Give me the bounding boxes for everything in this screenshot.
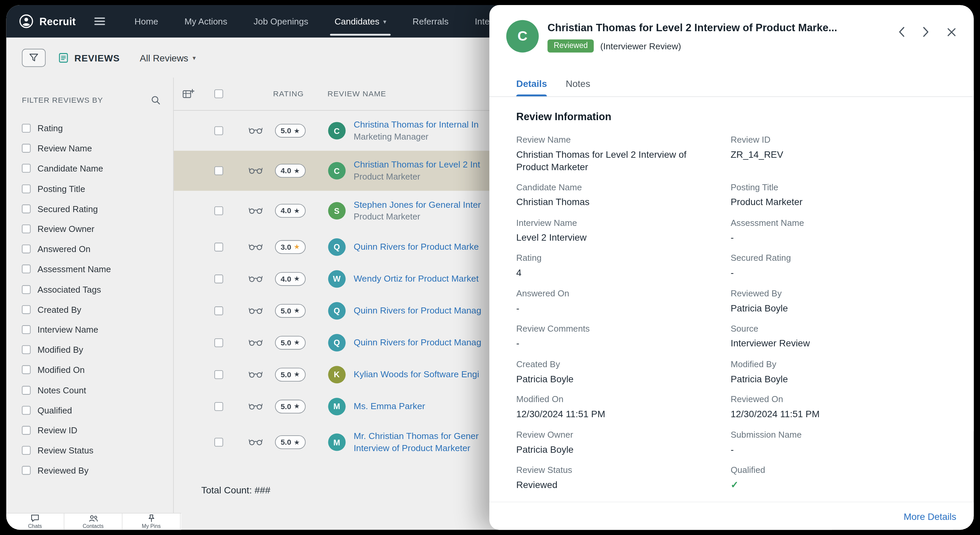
column-header-review-name[interactable]: REVIEW NAME — [327, 89, 386, 98]
row-checkbox[interactable] — [214, 126, 223, 135]
filter-item-created-by[interactable]: Created By — [22, 299, 173, 319]
review-detail-panel: C Christian Thomas for Level 2 Interview… — [489, 5, 974, 530]
filter-item-candidate-name[interactable]: Candidate Name — [22, 158, 173, 179]
nav-item-referrals[interactable]: Referrals — [399, 5, 462, 38]
filter-item-qualified[interactable]: Qualified — [22, 400, 173, 420]
avatar: C — [328, 122, 345, 139]
rating-pill: 4.0★ — [275, 272, 305, 286]
filter-item-secured-rating[interactable]: Secured Rating — [22, 199, 173, 219]
filter-item-assessment-name[interactable]: Assessment Name — [22, 259, 173, 279]
checkbox[interactable] — [22, 305, 30, 314]
filter-item-posting-title[interactable]: Posting Title — [22, 179, 173, 199]
rating-pill: 4.0★ — [275, 204, 305, 218]
field-label: Modified On — [516, 394, 715, 404]
checkbox[interactable] — [22, 325, 30, 334]
previous-record-button[interactable] — [897, 25, 906, 39]
review-name-link[interactable]: Christina Thomas for Internal InMarketin… — [353, 119, 479, 143]
row-checkbox[interactable] — [214, 166, 223, 175]
filter-item-interview-name[interactable]: Interview Name — [22, 319, 173, 340]
field-review-status: Review StatusReviewed — [516, 465, 730, 491]
contacts-icon — [89, 514, 98, 522]
checkbox[interactable] — [22, 144, 30, 153]
next-record-button[interactable] — [921, 25, 931, 39]
filter-item-notes-count[interactable]: Notes Count — [22, 380, 173, 400]
review-name-link[interactable]: Quinn Rivers for Product Manag — [353, 336, 481, 348]
row-checkbox[interactable] — [214, 242, 223, 251]
dock-item-my-pins[interactable]: My Pins — [123, 514, 180, 530]
checkbox[interactable] — [22, 366, 30, 374]
filter-button[interactable] — [22, 48, 46, 67]
search-icon[interactable] — [151, 95, 161, 105]
star-icon: ★ — [294, 208, 300, 214]
review-name-link[interactable]: Mr. Christian Thomas for GenerInterview … — [353, 430, 479, 454]
checkbox[interactable] — [22, 446, 30, 455]
nav-item-my-actions[interactable]: My Actions — [171, 5, 240, 38]
field-value: 12/30/2024 11:51 PM — [516, 408, 715, 420]
field-review-comments: Review Comments- — [516, 323, 730, 349]
checkbox[interactable] — [22, 386, 30, 394]
review-name-link[interactable]: Quinn Rivers for Product Manag — [353, 304, 481, 316]
review-name-link[interactable]: Stephen Jones for General InterProduct M… — [353, 199, 480, 223]
select-all-checkbox[interactable] — [214, 89, 223, 98]
row-checkbox[interactable] — [214, 306, 223, 315]
checkbox[interactable] — [22, 345, 30, 354]
field-rating: Rating4 — [516, 253, 730, 279]
review-name-link[interactable]: Christian Thomas for Level 2 IntProduct … — [353, 159, 480, 182]
row-checkbox[interactable] — [214, 206, 223, 215]
filter-item-associated-tags[interactable]: Associated Tags — [22, 279, 173, 299]
field-answered-on: Answered On- — [516, 288, 730, 314]
field-label: Reviewed On — [730, 394, 940, 404]
manage-columns-icon[interactable] — [183, 89, 194, 99]
column-header-rating[interactable]: RATING — [273, 89, 304, 98]
nav-item-job-openings[interactable]: Job Openings — [240, 5, 321, 38]
checkbox[interactable] — [22, 124, 30, 133]
review-name-link[interactable]: Kylian Woods for Software Engi — [353, 368, 479, 380]
filter-item-review-id[interactable]: Review ID — [22, 420, 173, 440]
checkbox[interactable] — [22, 406, 30, 415]
menu-icon[interactable] — [95, 18, 105, 25]
panel-title-block: Christian Thomas for Level 2 Interview o… — [547, 20, 837, 53]
avatar: Q — [328, 238, 345, 256]
filter-item-review-name[interactable]: Review Name — [22, 138, 173, 158]
row-checkbox[interactable] — [214, 370, 223, 378]
checkbox[interactable] — [22, 184, 30, 193]
review-name-link[interactable]: Wendy Ortiz for Product Market — [353, 273, 479, 284]
checkbox[interactable] — [22, 265, 30, 273]
row-checkbox[interactable] — [214, 274, 223, 283]
tab-details[interactable]: Details — [516, 71, 547, 96]
checkbox[interactable] — [22, 225, 30, 233]
rating-pill: 5.0★ — [275, 304, 305, 318]
field-value: - — [730, 267, 940, 279]
filter-item-modified-on[interactable]: Modified On — [22, 360, 173, 380]
checkbox[interactable] — [22, 466, 30, 475]
checkbox[interactable] — [22, 245, 30, 253]
dock-item-chats[interactable]: Chats — [6, 514, 64, 530]
row-checkbox[interactable] — [214, 438, 223, 446]
checkbox[interactable] — [22, 164, 30, 173]
checkbox[interactable] — [22, 426, 30, 434]
more-details-link[interactable]: More Details — [904, 511, 956, 522]
star-icon: ★ — [294, 403, 300, 409]
rating-pill: 4.0★ — [275, 164, 305, 177]
checkbox[interactable] — [22, 204, 30, 213]
review-name-link[interactable]: Ms. Emma Parker — [353, 400, 425, 412]
checkbox[interactable] — [22, 285, 30, 294]
row-checkbox[interactable] — [214, 402, 223, 410]
filter-item-review-owner[interactable]: Review Owner — [22, 219, 173, 239]
nav-item-candidates[interactable]: Candidates▾ — [321, 5, 399, 38]
close-icon[interactable] — [946, 26, 958, 38]
field-label: Review ID — [730, 134, 940, 145]
filter-item-reviewed-by[interactable]: Reviewed By — [22, 460, 173, 481]
filter-item-modified-by[interactable]: Modified By — [22, 340, 173, 360]
row-checkbox[interactable] — [214, 338, 223, 347]
rating-pill: 5.0★ — [275, 399, 305, 413]
dock-item-contacts[interactable]: Contacts — [64, 514, 123, 530]
review-name-link[interactable]: Quinn Rivers for Product Marke — [353, 241, 479, 253]
filter-item-review-status[interactable]: Review Status — [22, 440, 173, 460]
filter-item-rating[interactable]: Rating — [22, 118, 173, 138]
nav-item-home[interactable]: Home — [121, 5, 171, 38]
view-selector[interactable]: All Reviews ▾ — [140, 53, 196, 63]
tab-notes[interactable]: Notes — [566, 71, 590, 96]
filter-item-answered-on[interactable]: Answered On — [22, 239, 173, 259]
review-glasses-icon — [249, 402, 262, 410]
